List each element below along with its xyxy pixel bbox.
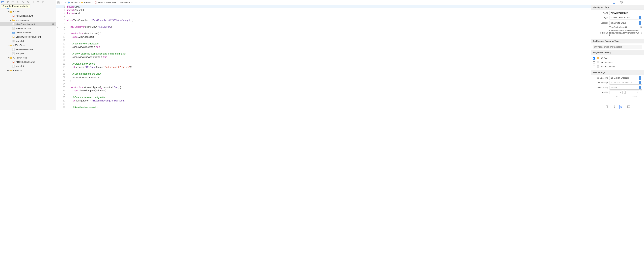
reveal-in-finder-icon[interactable]: ➜ — [640, 32, 642, 34]
lineendings-label: Line Endings — [593, 82, 608, 84]
name-field[interactable] — [609, 11, 642, 15]
svg-rect-10 — [13, 32, 14, 33]
target-checkbox[interactable] — [593, 62, 595, 64]
tree-row[interactable]: ARTestTests.swift — [0, 47, 56, 52]
tree-row[interactable]: ▼ARTestUITests — [0, 56, 56, 60]
type-select[interactable]: Default - Swift Source▲▼ — [609, 16, 642, 20]
breadcrumb-project[interactable]: ARTest — [68, 1, 78, 4]
tree-row[interactable]: ▼ARTest — [0, 10, 56, 14]
quick-help-icon[interactable]: ? — [620, 1, 623, 4]
plist-icon — [12, 52, 15, 55]
forward-button[interactable]: › — [64, 1, 66, 4]
swift-icon — [12, 61, 15, 64]
tree-row[interactable]: ARTestUITests.swift — [0, 60, 56, 64]
code-content[interactable]: import UIKitimport SceneKitimport ARKit … — [67, 5, 591, 110]
symbol-nav-icon[interactable] — [12, 1, 14, 4]
target-checkbox[interactable] — [593, 66, 595, 68]
location-select[interactable]: Relative to Group▲▼ — [609, 21, 642, 25]
disclosure-triangle-icon[interactable]: ▼ — [8, 11, 10, 12]
text-section-title: Text Settings — [591, 70, 644, 75]
name-label: Name — [593, 12, 608, 14]
tab-width-stepper[interactable]: ▲▼ — [623, 90, 626, 94]
code-snippet-library-icon[interactable] — [612, 105, 615, 109]
svg-rect-28 — [597, 61, 599, 63]
tree-row[interactable]: LaunchScreen.storyboard — [0, 35, 56, 39]
issue-nav-icon[interactable] — [22, 1, 24, 4]
breadcrumb-selection[interactable]: No Selection — [120, 1, 132, 4]
back-button[interactable]: ‹ — [61, 1, 63, 4]
target-icon — [596, 57, 599, 60]
tree-item-label: ARTest — [13, 10, 20, 13]
encoding-select[interactable]: No Explicit Encoding▲▼ — [609, 76, 642, 80]
widths-label: Widths — [593, 91, 608, 94]
svg-text:?: ? — [621, 1, 622, 3]
project-navigator: Show the Project navigator ▼ARTest▼ARTes… — [0, 0, 56, 110]
tree-row[interactable]: Info.plist — [0, 64, 56, 68]
scm-status: M — [52, 23, 54, 26]
tree-item-label: Info.plist — [16, 52, 24, 55]
svg-rect-21 — [57, 2, 58, 3]
find-nav-icon[interactable] — [16, 1, 19, 4]
chevron-icon: › — [92, 1, 94, 4]
target-row: ARTestTests — [593, 60, 642, 64]
tree-item-label: ViewController.swift — [16, 23, 35, 26]
editor-area: ‹ › ARTest › ARTest › ViewController.swi… — [56, 0, 591, 110]
tree-item-label: ARTestTests.swift — [16, 48, 33, 51]
tree-row[interactable]: Assets.xcassets — [0, 30, 56, 35]
tree-row[interactable]: Info.plist — [0, 39, 56, 43]
svg-rect-20 — [59, 1, 60, 2]
folder-chooser-icon[interactable]: ▣ — [640, 26, 642, 28]
related-items-icon[interactable] — [57, 1, 60, 4]
encoding-value: No Explicit Encoding — [610, 77, 629, 79]
disclosure-triangle-icon[interactable]: ▼ — [8, 57, 10, 59]
tree-item-label: Info.plist — [16, 40, 24, 42]
tree-row[interactable]: ViewController.swiftM — [0, 22, 56, 26]
library-selector-bar — [591, 104, 644, 110]
indent-using-value: Spaces — [610, 86, 617, 89]
location-file: ViewController.swift — [609, 26, 639, 28]
indent-width-stepper[interactable]: ▲▼ — [640, 90, 642, 94]
tree-item-label: ARTestUITests — [13, 56, 27, 59]
project-tree[interactable]: ▼ARTest▼ARTestAppDelegate.swift▶art.scna… — [0, 5, 56, 110]
report-nav-icon[interactable] — [42, 1, 44, 4]
folder-y-icon — [12, 19, 15, 22]
tree-row[interactable]: ▶art.scnassets — [0, 18, 56, 22]
tree-row[interactable]: Info.plist — [0, 52, 56, 56]
breakpoint-nav-icon[interactable] — [36, 1, 39, 4]
tab-width-field[interactable] — [609, 90, 622, 94]
test-nav-icon[interactable] — [26, 1, 29, 4]
breadcrumb-file[interactable]: ViewController.swift — [94, 1, 116, 4]
odr-tags-field — [593, 45, 642, 49]
target-name: ARTestTests — [600, 61, 613, 64]
tree-item-label: Info.plist — [16, 65, 24, 68]
disclosure-triangle-icon[interactable]: ▶ — [8, 70, 10, 71]
indent-sublabel: Indent — [626, 95, 642, 97]
breadcrumb-folder[interactable]: ARTest — [81, 1, 91, 4]
file-template-library-icon[interactable] — [605, 105, 608, 109]
lineendings-select[interactable]: No Explicit Line Endings▲▼ — [609, 81, 642, 84]
inspector-selector-bar: ? — [591, 0, 644, 5]
chevron-icon: › — [118, 1, 119, 4]
source-control-icon[interactable] — [6, 1, 9, 4]
tree-row[interactable]: Main.storyboard — [0, 26, 56, 30]
tree-item-label: AppDelegate.swift — [16, 14, 33, 17]
svg-rect-17 — [12, 61, 14, 63]
editor-toolbar: ‹ › ARTest › ARTest › ViewController.swi… — [56, 0, 591, 5]
object-library-icon[interactable] — [619, 105, 623, 109]
target-icon — [596, 61, 599, 64]
tree-row[interactable]: ▶Products — [0, 68, 56, 72]
disclosure-triangle-icon[interactable]: ▶ — [10, 19, 12, 21]
tree-row[interactable]: ▼ARTestTests — [0, 43, 56, 47]
assets-icon — [12, 31, 15, 34]
indent-using-select[interactable]: Spaces▲▼ — [609, 86, 642, 90]
tree-row[interactable]: AppDelegate.swift — [0, 14, 56, 18]
folder-nav-icon[interactable] — [1, 1, 4, 4]
indent-width-field[interactable] — [626, 90, 640, 94]
media-library-icon[interactable] — [627, 105, 630, 109]
code-editor[interactable]: 1234567891011121314151617181920212223242… — [56, 5, 591, 110]
disclosure-triangle-icon[interactable]: ▼ — [8, 44, 10, 46]
file-inspector-icon[interactable] — [612, 1, 616, 4]
swift-icon — [12, 14, 15, 17]
target-checkbox[interactable] — [593, 57, 595, 60]
debug-nav-icon[interactable] — [32, 1, 34, 4]
